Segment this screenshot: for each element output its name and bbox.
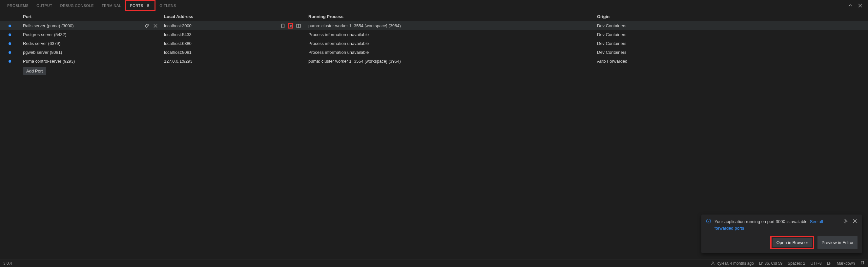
info-icon [706,218,711,225]
port-label: pgweb server (8081) [23,50,62,55]
origin: Dev Containers [594,23,824,28]
notification-toast: Your application running on port 3000 is… [701,214,862,253]
tab-ports[interactable]: PORTS 5 [125,0,155,11]
gear-icon[interactable] [843,218,848,224]
maximize-panel-icon[interactable] [848,3,853,8]
port-label: Redis server (6379) [23,41,60,46]
running-process: Process information unavailable [305,32,594,37]
local-address: localhost:8081 [164,50,192,55]
origin: Dev Containers [594,50,824,55]
table-row[interactable]: Redis server (6379)localhost:6380Process… [0,39,868,48]
status-blame[interactable]: icyleaf, 4 months ago [711,261,753,266]
status-bar: 3.0.4 icyleaf, 4 months ago Ln 36, Col 5… [0,259,868,267]
close-icon[interactable] [852,218,858,224]
running-process: puma: cluster worker 1: 3554 [workspace]… [305,59,594,64]
forwarded-indicator-icon [8,25,11,27]
preview-in-editor-button[interactable]: Preview in Editor [817,236,858,249]
local-address: localhost:6380 [164,41,192,46]
origin: Auto Forwarded [594,59,824,64]
svg-rect-1 [282,25,284,28]
table-row[interactable]: pgweb server (8081)localhost:8081Process… [0,48,868,57]
panel-tab-bar: PROBLEMS OUTPUT DEBUG CONSOLE TERMINAL P… [0,0,868,11]
tab-gitlens[interactable]: GITLENS [155,1,180,10]
tab-output[interactable]: OUTPUT [32,1,56,10]
panel-actions [848,3,865,8]
local-address: localhost:5433 [164,32,192,37]
local-address: localhost:3000 [164,23,192,28]
local-address: 127.0.0.1:9293 [164,59,192,64]
svg-point-10 [863,261,864,262]
status-spaces[interactable]: Spaces: 2 [787,261,805,266]
svg-point-0 [147,25,148,25]
tab-ports-label: PORTS [130,4,143,7]
open-in-browser-button[interactable]: Open in Browser [773,238,812,247]
ports-table-header: Port Local Address Running Process Origi… [0,11,868,21]
add-port-button[interactable]: Add Port [23,67,46,75]
status-eol[interactable]: LF [827,261,832,266]
stop-forward-icon[interactable] [153,23,158,29]
copy-address-icon[interactable] [280,23,285,29]
status-ln-col[interactable]: Ln 36, Col 59 [759,261,782,266]
status-lang[interactable]: Markdown [837,261,855,266]
tab-terminal[interactable]: TERMINAL [98,1,125,10]
forwarded-indicator-icon [8,60,11,63]
table-row[interactable]: Puma control-server (9293)127.0.0.1:9293… [0,57,868,66]
origin: Dev Containers [594,41,824,46]
open-in-browser-icon[interactable] [288,23,293,29]
svg-point-8 [845,220,846,222]
notification-message: Your application running on port 3000 is… [714,218,840,231]
port-label: Puma control-server (9293) [23,59,75,64]
port-label: Rails server (puma) (3000) [23,23,74,28]
status-encoding[interactable]: UTF-8 [811,261,822,266]
running-process: Process information unavailable [305,50,594,55]
forwarded-indicator-icon [8,33,11,36]
tab-debug-console[interactable]: DEBUG CONSOLE [56,1,97,10]
forwarded-indicator-icon [8,51,11,54]
table-row[interactable]: Rails server (puma) (3000)localhost:3000… [0,21,868,30]
open-in-browser-highlight: Open in Browser [770,236,814,249]
origin: Dev Containers [594,32,824,37]
forwarded-indicator-icon [8,42,11,45]
port-label: Postgres server (5432) [23,32,66,37]
preview-in-editor-icon[interactable] [296,23,301,29]
ports-count-badge: 5 [146,4,151,7]
col-origin[interactable]: Origin [594,14,824,19]
svg-point-7 [708,220,709,220]
close-panel-icon[interactable] [858,3,863,8]
ports-table: Port Local Address Running Process Origi… [0,11,868,76]
label-port-icon[interactable] [144,23,150,29]
tab-problems[interactable]: PROBLEMS [3,1,32,10]
notifications-icon[interactable] [860,261,865,266]
col-running-process[interactable]: Running Process [305,14,594,19]
running-process: puma: cluster worker 1: 3554 [workspace]… [305,23,594,28]
table-row[interactable]: Postgres server (5432)localhost:5433Proc… [0,30,868,39]
running-process: Process information unavailable [305,41,594,46]
col-local-address[interactable]: Local Address [161,14,305,19]
col-port[interactable]: Port [20,14,161,19]
status-version[interactable]: 3.0.4 [3,261,12,266]
svg-point-9 [712,262,714,263]
